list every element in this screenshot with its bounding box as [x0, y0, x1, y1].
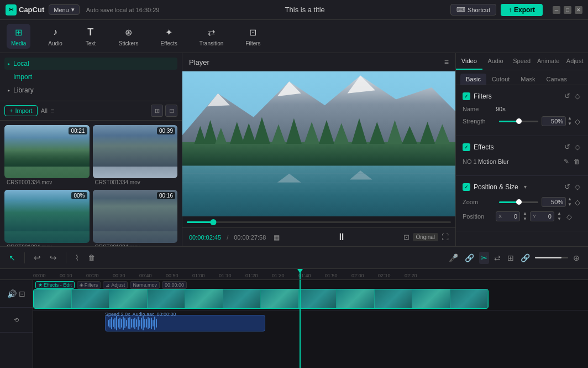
- zoom-bookmark[interactable]: ◇: [574, 197, 581, 208]
- track-mute-button[interactable]: 🔊: [7, 289, 17, 298]
- audio-clip[interactable]: [105, 315, 265, 331]
- toolbar-text[interactable]: T Text: [80, 24, 101, 49]
- strength-down[interactable]: ▼: [567, 121, 573, 127]
- effects-bookmark-button[interactable]: ◇: [574, 142, 581, 152]
- tag-filters[interactable]: ◈ Filters: [77, 281, 101, 289]
- zoom-slider[interactable]: [499, 201, 538, 203]
- tag-adjust[interactable]: ⊿ Adjust: [103, 281, 128, 289]
- position-y-down[interactable]: ▼: [556, 216, 562, 222]
- toolbar-transition[interactable]: ⇄ Transition: [195, 24, 228, 49]
- maximize-button[interactable]: □: [564, 6, 571, 14]
- strength-thumb[interactable]: [516, 118, 522, 124]
- list-view-button[interactable]: ⊟: [165, 105, 177, 117]
- media-thumbnail-3[interactable]: 00%: [4, 190, 90, 243]
- subtab-basic[interactable]: Basic: [460, 74, 486, 85]
- zoom-slider-timeline[interactable]: [535, 257, 568, 258]
- chain-button[interactable]: 🔗: [519, 252, 532, 264]
- shortcut-button[interactable]: ⌨ Shortcut: [450, 4, 496, 15]
- position-size-reset[interactable]: ↺: [563, 182, 571, 192]
- position-size-chevron[interactable]: ▾: [524, 184, 527, 190]
- track-lock-button[interactable]: ⊡: [19, 289, 25, 298]
- tab-speed[interactable]: Speed: [508, 53, 535, 70]
- video-clip[interactable]: [33, 289, 489, 309]
- player-scrubber[interactable]: [182, 216, 455, 227]
- effects-checkbox[interactable]: ✓: [463, 143, 470, 151]
- position-y-up[interactable]: ▲: [556, 211, 562, 216]
- zoom-input[interactable]: 50%: [542, 197, 566, 207]
- zoom-down[interactable]: ▼: [567, 202, 573, 208]
- tab-video[interactable]: Video: [456, 53, 482, 70]
- toolbar-divider-1: [24, 252, 25, 263]
- split-button[interactable]: ⌇: [73, 251, 81, 265]
- scrubber-track[interactable]: [187, 221, 451, 223]
- zoom-in-button[interactable]: ⊕: [571, 252, 581, 264]
- player-menu-icon[interactable]: ≡: [444, 58, 449, 66]
- subtab-canvas[interactable]: Canvas: [541, 74, 573, 85]
- import-button[interactable]: + Import: [4, 105, 38, 116]
- toolbar-stickers[interactable]: ⊛ Stickers: [114, 24, 143, 49]
- play-button[interactable]: ⏸: [337, 231, 347, 243]
- delete-button[interactable]: 🗑: [86, 251, 97, 264]
- subtab-cutout[interactable]: Cutout: [486, 74, 515, 85]
- effects-reset-button[interactable]: ↺: [563, 142, 571, 152]
- filter-icon[interactable]: ≡: [51, 107, 54, 114]
- nav-local[interactable]: ▸ Local: [4, 58, 177, 70]
- effect-edit-button[interactable]: ✎: [563, 157, 570, 167]
- tag-effects[interactable]: ★ Effects - Edit: [35, 281, 75, 289]
- list-item: 00:16 CRST001334.mov: [93, 190, 178, 246]
- position-size-bookmark[interactable]: ◇: [574, 182, 581, 192]
- grid-view-button[interactable]: ⊞: [151, 105, 163, 117]
- fullscreen-icon[interactable]: ⛶: [442, 233, 449, 241]
- select-tool-button[interactable]: ↖: [7, 251, 18, 265]
- waveform-icon[interactable]: ▦: [274, 234, 280, 241]
- position-y-value[interactable]: 0: [537, 213, 552, 220]
- media-thumbnail-4[interactable]: 00:16: [93, 190, 178, 243]
- effect-delete-button[interactable]: 🗑: [573, 157, 581, 167]
- position-x-value[interactable]: 0: [503, 213, 517, 220]
- subtab-mask[interactable]: Mask: [515, 74, 540, 85]
- redo-button[interactable]: ↪: [48, 251, 59, 265]
- toolbar-filters[interactable]: ⊡ Filters: [241, 24, 265, 49]
- toolbar-audio[interactable]: ♪ Audio: [44, 24, 67, 49]
- strength-up[interactable]: ▲: [567, 116, 573, 121]
- link-button[interactable]: 🔗: [463, 252, 476, 264]
- minimize-button[interactable]: ─: [553, 6, 560, 14]
- position-bookmark[interactable]: ◇: [565, 211, 573, 222]
- original-badge[interactable]: Original: [413, 233, 438, 241]
- grid2-button[interactable]: ⊞: [506, 252, 516, 264]
- document-title[interactable]: This is a title: [159, 6, 450, 14]
- nav-import[interactable]: Import: [4, 71, 177, 83]
- zoom-thumb[interactable]: [516, 199, 522, 205]
- player-video[interactable]: [182, 71, 455, 216]
- filters-checkbox[interactable]: ✓: [463, 92, 470, 100]
- export-button[interactable]: ↑ Export: [501, 4, 543, 16]
- all-filter[interactable]: All: [41, 107, 48, 114]
- scrubber-thumb[interactable]: [210, 219, 216, 225]
- media-thumbnail-2[interactable]: 00:39: [93, 125, 178, 178]
- menu-button[interactable]: Menu ▾: [49, 4, 80, 15]
- tab-adjust[interactable]: Adjust: [561, 53, 588, 70]
- strength-input[interactable]: 50%: [542, 116, 566, 126]
- strength-slider[interactable]: [499, 121, 538, 122]
- media-thumbnail-1[interactable]: 00:21: [4, 125, 90, 178]
- undo-button[interactable]: ↩: [32, 251, 43, 265]
- audio-mute-button[interactable]: ⟲: [14, 317, 19, 324]
- filters-bookmark-button[interactable]: ◇: [574, 91, 581, 101]
- position-x-down[interactable]: ▼: [522, 216, 528, 222]
- tab-audio[interactable]: Audio: [482, 53, 509, 70]
- zoom-to-fit-icon[interactable]: ⊡: [403, 233, 410, 241]
- mic-button[interactable]: 🎤: [447, 252, 460, 264]
- zoom-up[interactable]: ▲: [567, 196, 573, 202]
- tab-animate[interactable]: Animate: [535, 53, 561, 70]
- swap-button[interactable]: ⇄: [492, 252, 502, 264]
- zoom-row: Zoom 50% ▲ ▼ ◇: [463, 196, 581, 208]
- nav-library[interactable]: ▸ Library: [4, 84, 177, 96]
- filters-reset-button[interactable]: ↺: [563, 91, 571, 101]
- position-x-up[interactable]: ▲: [522, 211, 528, 216]
- close-button[interactable]: ✕: [575, 6, 582, 14]
- toolbar-effects[interactable]: ✦ Effects: [156, 24, 181, 49]
- toolbar-media[interactable]: ⊞ Media: [7, 24, 30, 49]
- position-size-checkbox[interactable]: ✓: [463, 183, 470, 191]
- strength-bookmark[interactable]: ◇: [574, 116, 581, 127]
- scissors-button[interactable]: ✂: [479, 252, 489, 264]
